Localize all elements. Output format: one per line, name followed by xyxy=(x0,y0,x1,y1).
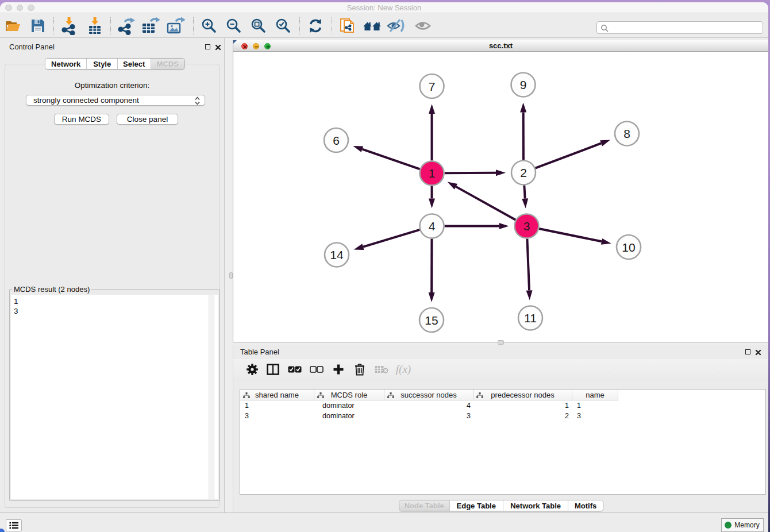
export-network-button[interactable] xyxy=(116,16,136,36)
result-scrollbar[interactable] xyxy=(209,295,214,499)
search-icon xyxy=(600,24,609,33)
add-column-button[interactable] xyxy=(329,360,348,379)
open-session-button[interactable] xyxy=(3,16,22,36)
table-row[interactable]: 1dominator411 xyxy=(240,400,765,411)
tab-network-table[interactable]: Network Table xyxy=(503,500,568,511)
horizontal-splitter-handle[interactable] xyxy=(498,340,504,345)
edge-1-2[interactable] xyxy=(444,173,496,174)
function-builder-button[interactable]: f(x) xyxy=(394,360,413,379)
column-header-successor-nodes[interactable]: successor nodes xyxy=(384,390,473,400)
optimization-criterion-label: Optimization criterion: xyxy=(5,81,219,90)
network-window-titlebar[interactable]: scc.txt xyxy=(233,40,768,52)
mcds-result-lines: 13 xyxy=(14,296,18,316)
table-float-icon[interactable] xyxy=(745,349,750,354)
show-all-button[interactable] xyxy=(413,16,433,36)
edge-2-8[interactable] xyxy=(536,143,602,168)
delete-button[interactable] xyxy=(351,360,369,379)
close-panel-icon[interactable] xyxy=(215,44,221,51)
edge-arrowhead xyxy=(496,169,506,176)
save-session-button[interactable] xyxy=(28,16,48,36)
tab-motifs[interactable]: Motifs xyxy=(568,500,603,511)
node-label-7: 7 xyxy=(429,80,436,93)
column-header-shared-name[interactable]: shared name xyxy=(240,390,314,400)
tab-network[interactable]: Network xyxy=(45,59,87,69)
function-builder-icon: f(x) xyxy=(396,363,411,376)
node-label-2: 2 xyxy=(520,166,527,179)
edge-3-1[interactable] xyxy=(456,187,515,220)
first-neighbors-button[interactable] xyxy=(363,16,382,36)
result-line: 3 xyxy=(14,306,18,316)
column-header-name[interactable]: name xyxy=(572,390,618,400)
task-history-button[interactable] xyxy=(6,519,22,531)
table-toolbar: f(x) xyxy=(233,359,768,381)
table-settings-button[interactable] xyxy=(243,360,261,379)
tab-edge-table[interactable]: Edge Table xyxy=(450,500,503,511)
control-panel-tabs: NetworkStyleSelectMCDS xyxy=(45,58,185,70)
network-canvas[interactable]: 1234678910111415 xyxy=(233,52,768,342)
zoom-fit-icon xyxy=(249,17,267,34)
column-header-predecessor-nodes[interactable]: predecessor nodes xyxy=(473,390,572,400)
search-input[interactable] xyxy=(611,22,760,33)
table-tabs: Node TableEdge TableNetwork TableMotifs xyxy=(399,500,603,511)
settings-icon xyxy=(246,363,259,376)
network-from-selection-button[interactable] xyxy=(338,16,357,36)
close-panel-button[interactable]: Close panel xyxy=(117,114,178,125)
export-image-button[interactable] xyxy=(165,16,185,36)
network-desktop: scc.txt 1234678910111415 Table Panel xyxy=(233,38,768,512)
table-cell: 4 xyxy=(384,400,473,411)
edge-arrowhead xyxy=(522,198,528,208)
float-panel-icon[interactable] xyxy=(205,44,210,49)
add-icon xyxy=(333,364,344,375)
zoom-fit-button[interactable] xyxy=(248,16,268,36)
column-type-icon xyxy=(387,392,394,398)
first-neighbors-icon xyxy=(363,17,382,34)
zoom-in-button[interactable] xyxy=(199,16,218,36)
zoom-out-button[interactable] xyxy=(224,16,243,36)
apply-layout-button[interactable] xyxy=(306,16,325,36)
export-network-icon xyxy=(117,17,135,35)
tab-node-table[interactable]: Node Table xyxy=(399,500,450,511)
edge-3-10[interactable] xyxy=(539,229,602,241)
memory-button[interactable]: Memory xyxy=(721,518,764,532)
network-window-title: scc.txt xyxy=(233,40,768,52)
status-bar: Memory xyxy=(0,512,768,532)
edge-1-6[interactable] xyxy=(362,149,419,169)
mcds-result-area[interactable]: 13 xyxy=(11,295,218,499)
deselect-all-button[interactable] xyxy=(307,360,326,379)
table-row[interactable]: 3dominator323 xyxy=(240,411,765,421)
column-layout-icon xyxy=(267,364,279,375)
network-from-selection-icon xyxy=(338,17,357,35)
delete-column-button[interactable] xyxy=(372,360,391,379)
column-layout-button[interactable] xyxy=(264,360,282,379)
import-network-button[interactable] xyxy=(59,16,79,36)
window-title: Session: New Session xyxy=(0,2,768,13)
table-close-icon[interactable] xyxy=(755,349,761,356)
edge-3-11[interactable] xyxy=(527,238,529,290)
column-header-label: predecessor nodes xyxy=(491,391,555,399)
tab-select[interactable]: Select xyxy=(118,59,151,69)
import-table-button[interactable] xyxy=(85,16,105,36)
edge-2-3[interactable] xyxy=(524,185,525,198)
run-mcds-button[interactable]: Run MCDS xyxy=(54,114,109,125)
memory-label: Memory xyxy=(734,521,759,529)
export-image-icon xyxy=(165,17,185,35)
vertical-splitter[interactable] xyxy=(224,38,233,512)
column-header-label: name xyxy=(586,391,605,399)
column-header-label: shared name xyxy=(255,391,299,399)
edge-arrowhead xyxy=(600,140,610,146)
criterion-select[interactable]: strongly connected component xyxy=(26,95,205,106)
export-table-button[interactable] xyxy=(140,16,160,36)
app-window: Session: New Session xyxy=(0,2,768,532)
zoom-selected-button[interactable] xyxy=(273,16,292,36)
save-session-icon xyxy=(30,18,46,34)
node-label-11: 11 xyxy=(524,311,537,325)
select-all-button[interactable] xyxy=(286,360,304,379)
hide-selected-button[interactable] xyxy=(386,16,406,36)
tab-mcds[interactable]: MCDS xyxy=(151,59,185,69)
network-window: scc.txt 1234678910111415 xyxy=(233,40,768,342)
column-header-MCDS-role[interactable]: MCDS role xyxy=(314,390,384,400)
delete-column-icon xyxy=(375,365,388,373)
export-table-icon xyxy=(140,17,160,35)
edge-4-14[interactable] xyxy=(363,230,419,247)
tab-style[interactable]: Style xyxy=(87,59,118,69)
